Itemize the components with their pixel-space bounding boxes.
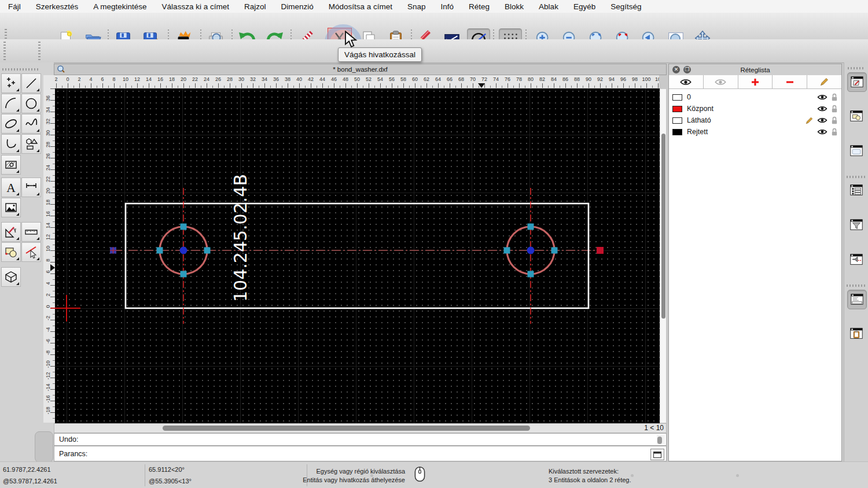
history-scrollbar[interactable] (657, 435, 665, 444)
hatch-icon (4, 158, 18, 172)
washer-outline-rect[interactable] (126, 204, 589, 308)
text-icon: A (3, 180, 19, 195)
command-line-dock-button[interactable] (847, 290, 867, 309)
menu-item-réteg[interactable]: Réteg (469, 2, 490, 11)
layer-row-rejtett[interactable]: Rejtett (669, 126, 841, 138)
selection-handles[interactable] (157, 224, 558, 278)
menu-item-egyéb[interactable]: Egyéb (573, 2, 595, 11)
hruler-label: 10 (119, 76, 132, 82)
clipboard-dock-button[interactable] (847, 324, 866, 343)
entity-list-dock-button[interactable] (847, 181, 866, 199)
command-history-row[interactable]: Undo: (54, 433, 667, 446)
document-titlebar[interactable]: * bond_washer.dxf (54, 64, 667, 75)
circle-tool-button[interactable] (21, 94, 41, 113)
close-icon[interactable]: ✕ (672, 66, 680, 73)
text-tool-button[interactable]: A (1, 178, 21, 197)
layer-lock-icon[interactable] (831, 105, 838, 113)
hruler-label: 10 (652, 76, 659, 82)
hide-all-layers-button[interactable] (704, 75, 738, 89)
layer-list-dock-button[interactable] (847, 72, 867, 92)
horizontal-scrollbar[interactable]: 1 < 10 (54, 423, 667, 433)
vruler-label: -4 (43, 324, 54, 335)
modify-tool-button[interactable] (1, 222, 21, 242)
solid-3d-tool-button[interactable] (1, 267, 21, 287)
menu-item-rajzol[interactable]: Rajzol (244, 2, 266, 11)
vruler-label: 36 (43, 93, 54, 104)
vertical-scrollbar-thumb[interactable] (661, 134, 665, 319)
ellipse-tool-button[interactable] (1, 114, 21, 134)
menu-item-szerkesztés[interactable]: Szerkesztés (36, 2, 79, 11)
right-center-point[interactable] (527, 247, 535, 254)
layer-row-0[interactable]: 0 (669, 91, 841, 103)
image-tool-button[interactable] (1, 198, 21, 217)
left-center-point[interactable] (180, 247, 187, 254)
menu-item-dimenzió[interactable]: Dimenzió (281, 2, 313, 11)
select-entity-tool-button[interactable] (21, 242, 41, 262)
plugin-dock-button[interactable] (847, 250, 866, 269)
menu-item-snap[interactable]: Snap (407, 2, 426, 11)
shapes-tool-button[interactable] (21, 134, 41, 154)
measure-tool-button[interactable] (21, 222, 41, 242)
hruler-label: 52 (362, 76, 375, 82)
mouse-cursor (344, 31, 358, 48)
palette-drag-handle[interactable] (2, 68, 39, 71)
spline-tool-button[interactable] (21, 114, 41, 134)
command-window-toggle-button[interactable] (650, 449, 664, 460)
drawing-canvas[interactable]: 104.245.02.4B (55, 88, 660, 423)
add-layer-button[interactable] (738, 75, 773, 89)
dock-drag-handle[interactable] (848, 67, 864, 69)
block-list-dock-button[interactable] (847, 107, 866, 125)
undock-icon[interactable]: ❐ (683, 66, 691, 73)
toolbar-drag-handle[interactable] (38, 42, 41, 60)
layer-lock-icon[interactable] (831, 116, 838, 125)
show-all-layers-button[interactable] (669, 75, 704, 89)
line-tool-button[interactable] (21, 73, 41, 93)
coordinate-absolute: 61.9787,22.4261 (3, 466, 51, 473)
layer-row-látható[interactable]: Látható (669, 114, 841, 126)
vertical-ruler: 363432302826242220181614121086420-2-4-6-… (43, 88, 55, 423)
history-scrollbar-thumb[interactable] (657, 437, 662, 444)
library-browser-dock-button[interactable] (847, 142, 866, 160)
hatch-tool-button[interactable] (1, 155, 21, 175)
points-tool-button[interactable] (1, 73, 21, 93)
layer-visibility-icon[interactable] (817, 105, 827, 112)
menu-item-a-megtekintése[interactable]: A megtekintése (93, 2, 146, 11)
menu-item-blokk[interactable]: Blokk (505, 2, 524, 11)
toolbar-drag-handle[interactable] (3, 42, 6, 60)
layer-row-központ[interactable]: Központ (669, 103, 841, 114)
selection-status: Kiválasztott szervezetek: 3 Entitások a … (549, 467, 631, 485)
arc-tool-button[interactable] (1, 94, 21, 113)
menu-item-ablak[interactable]: Ablak (539, 2, 558, 11)
command-input[interactable] (87, 446, 666, 461)
layer-visibility-icon[interactable] (817, 117, 827, 124)
entity-list-dock-icon (849, 183, 864, 198)
remove-layer-button[interactable] (773, 75, 807, 89)
dimension-tool-button[interactable] (21, 178, 41, 197)
centerline-left-handle[interactable] (110, 247, 116, 254)
layer-visibility-icon[interactable] (817, 128, 827, 135)
layer-visibility-icon[interactable] (817, 94, 827, 101)
menu-item-válassza-ki-a-címet[interactable]: Válassza ki a címet (162, 2, 229, 11)
hruler-label: 8 (108, 76, 120, 82)
menu-item-fájl[interactable]: Fájl (8, 2, 21, 11)
centerline-right-handle[interactable] (597, 247, 604, 254)
cube-3d-icon (4, 270, 18, 284)
selection-filter-dock-button[interactable] (847, 216, 866, 234)
layer-lock-icon[interactable] (831, 93, 838, 102)
layer-color-swatch (672, 94, 682, 101)
dock-separator (847, 284, 866, 287)
block-tool-button[interactable] (1, 242, 21, 262)
layer-lock-icon[interactable] (831, 128, 838, 136)
hruler-label: 64 (432, 76, 444, 82)
vruler-label: 18 (43, 197, 54, 208)
menu-item-segítség[interactable]: Segítség (610, 2, 641, 11)
command-prompt-row[interactable]: Parancs: (54, 446, 667, 461)
edit-layer-button[interactable] (807, 75, 841, 89)
hruler-label: 48 (339, 76, 352, 82)
menu-item-módosítsa-a-címet[interactable]: Módosítsa a címet (329, 2, 392, 11)
polyline-tool-button[interactable] (1, 134, 21, 154)
horizontal-scrollbar-thumb[interactable] (163, 426, 530, 431)
vertical-scrollbar[interactable] (660, 88, 667, 423)
menu-item-infó[interactable]: Infó (441, 2, 454, 11)
layer-panel-toolbar (669, 75, 841, 89)
